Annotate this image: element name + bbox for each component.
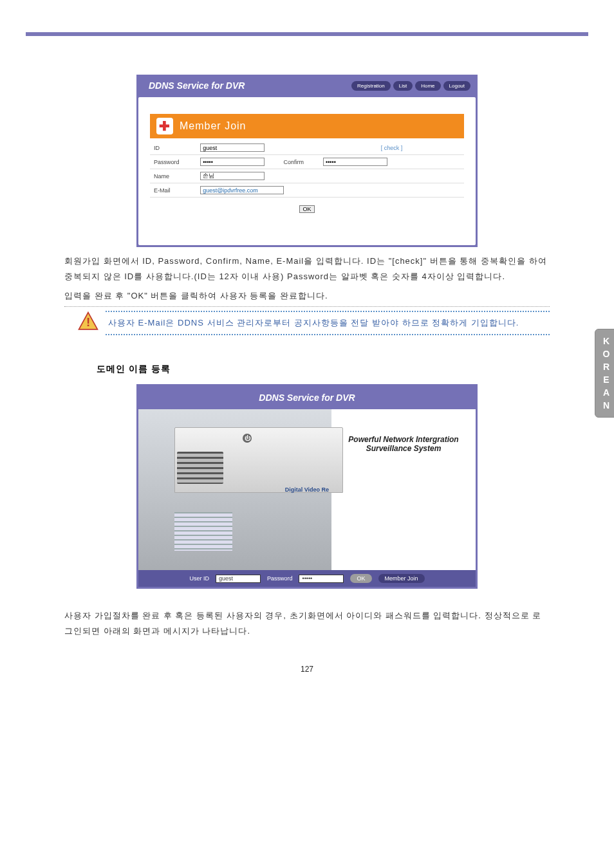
page-number: 127 (39, 665, 575, 674)
row-password: Password Confirm (150, 155, 464, 169)
input-user-id[interactable] (216, 575, 261, 583)
side-tab-letter: E (595, 373, 614, 386)
caution-text: 사용자 E-Mail은 DDNS 서비스 관리자로부터 공지사항등을 전달 받아… (106, 311, 550, 335)
login-ok-button[interactable]: OK (350, 574, 371, 583)
input-email[interactable] (200, 186, 284, 194)
label-footer-password: Password (267, 575, 293, 582)
dvr-illustration: ⏻ Digital Video Re (138, 409, 331, 570)
screenshot1-nav: Registration List Home Logout (351, 81, 470, 91)
nav-logout[interactable]: Logout (443, 81, 470, 91)
paragraph-2: 입력을 완료 후 "OK" 버튼을 클릭하여 사용자 등록을 완료합니다. (64, 288, 550, 307)
label-confirm: Confirm (280, 155, 320, 169)
paragraph-1: 회원가입 화면에서 ID, Password, Confirm, Name, E… (64, 254, 550, 284)
row-name: Name (150, 169, 464, 183)
side-tab-letter: K (595, 335, 614, 347)
screenshot-login: DDNS Service for DVR ⏻ Digital Video Re … (136, 384, 478, 589)
row-email: E-Mail (150, 183, 464, 198)
label-email: E-Mail (150, 183, 196, 198)
label-password: Password (150, 155, 196, 169)
member-join-form: ID [ check ] Password Confirm Name E-Mai… (150, 141, 464, 198)
dvr-caption: Digital Video Re (285, 486, 329, 493)
side-tab-letter: A (595, 386, 614, 399)
member-join-banner: ✚ Member Join (150, 114, 464, 138)
screenshot2-title: DDNS Service for DVR (138, 386, 476, 409)
screenshot2-body: ⏻ Digital Video Re Powerful Network Inte… (138, 409, 476, 570)
language-side-tab: K O R E A N (595, 329, 614, 418)
document-page: K O R E A N DDNS Service for DVR Registr… (0, 36, 614, 699)
side-tab-letter: O (595, 347, 614, 360)
label-id: ID (150, 141, 196, 155)
screenshot2-login-bar: User ID Password OK Member Join (138, 570, 476, 587)
member-join-ok-button[interactable]: OK (299, 205, 314, 213)
screenshot1-body: ✚ Member Join ID [ check ] Password Conf… (138, 97, 476, 245)
input-password[interactable] (200, 158, 265, 166)
nav-home[interactable]: Home (415, 81, 440, 91)
dvr-slots (177, 452, 223, 484)
side-tab-letter: N (595, 399, 614, 412)
power-knob-icon: ⏻ (243, 434, 252, 443)
input-confirm[interactable] (323, 158, 387, 166)
screenshot-member-join: DDNS Service for DVR Registration List H… (136, 75, 478, 247)
input-footer-password[interactable] (299, 575, 344, 583)
row-id: ID [ check ] (150, 141, 464, 155)
input-id[interactable] (200, 143, 265, 152)
tagline-2: Surveillance System (340, 444, 467, 453)
ddns-title: DDNS Service for DVR (149, 80, 245, 91)
member-join-icon: ✚ (156, 118, 173, 134)
tagline-1: Powerful Network Intergration (340, 435, 467, 444)
caution-icon: ! (77, 311, 99, 333)
caution-box: ! 사용자 E-Mail은 DDNS 서비스 관리자로부터 공지사항등을 전달 … (77, 311, 550, 338)
label-name: Name (150, 169, 196, 183)
dvr-slots-lower (174, 512, 232, 551)
check-link[interactable]: [ check ] (381, 145, 403, 151)
member-join-title: Member Join (180, 120, 246, 132)
input-name[interactable] (200, 172, 265, 180)
side-tab-letter: R (595, 360, 614, 373)
nav-list[interactable]: List (393, 81, 413, 91)
nav-registration[interactable]: Registration (351, 81, 391, 91)
label-user-id: User ID (189, 575, 209, 582)
svg-text:!: ! (86, 315, 90, 329)
paragraph-3: 사용자 가입절차를 완료 후 혹은 등록된 사용자의 경우, 초기화면에서 아이… (64, 608, 550, 639)
section-heading-domain: 도메인 이름 등록 (97, 364, 575, 375)
screenshot1-header: DDNS Service for DVR Registration List H… (138, 77, 476, 97)
member-join-button[interactable]: Member Join (378, 574, 425, 583)
screenshot2-tagline-area: Powerful Network Intergration Surveillan… (331, 409, 476, 570)
